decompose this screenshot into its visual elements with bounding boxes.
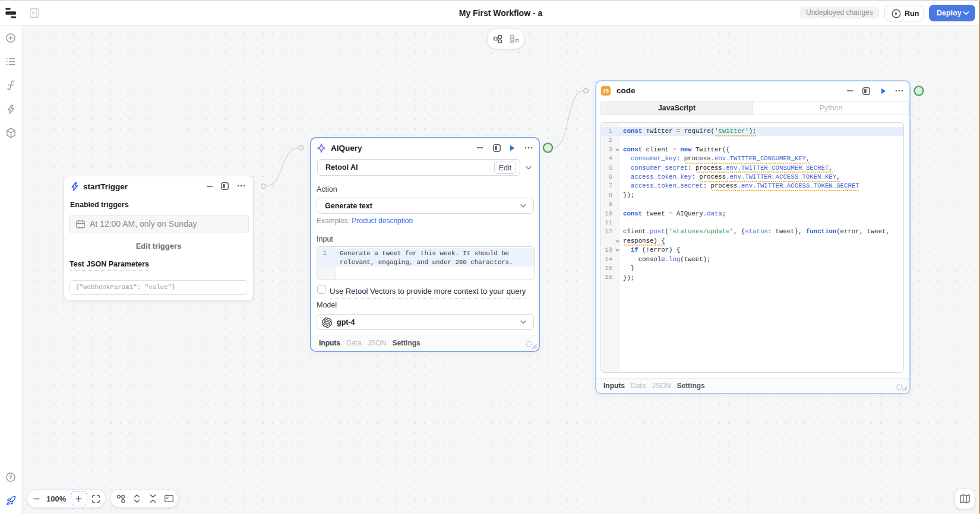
svg-text:?: ? bbox=[9, 474, 12, 480]
